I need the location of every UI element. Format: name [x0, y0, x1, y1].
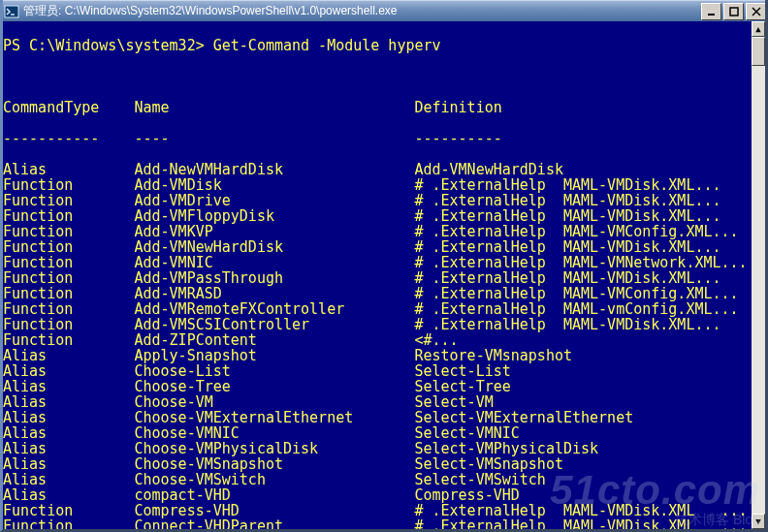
dash-definition: ---------- [414, 131, 501, 146]
header-row: CommandTypeNameDefinition [3, 100, 752, 115]
close-button[interactable] [746, 3, 766, 20]
cell-definition: # .ExternalHelp MAML-VMDisk.XML... [414, 239, 720, 255]
cell-definition: Select-Tree [414, 379, 510, 394]
cell-definition: Select-VMPhysicalDisk [414, 441, 598, 456]
cell-name: Choose-VMExternalEthernet [134, 410, 414, 425]
cell-definition: # .ExternalHelp MAML-VMDisk.XML... [414, 270, 720, 286]
table-row: FunctionConnect-VHDParent# .ExternalHelp… [3, 518, 752, 529]
cell-commandtype: Function [3, 286, 134, 301]
table-row: AliasChoose-ListSelect-List [3, 363, 752, 379]
cell-commandtype: Alias [3, 441, 134, 456]
cell-name: Add-NewVMHardDisk [134, 162, 414, 177]
cell-definition: Select-VMSnapshot [414, 456, 563, 472]
cell-name: Choose-VMSwitch [134, 472, 414, 487]
table-row: AliasAdd-NewVMHardDiskAdd-VMNewHardDisk [3, 162, 752, 177]
cell-commandtype: Function [3, 301, 134, 317]
cell-definition: # .ExternalHelp MAML-VMDisk.XML... [414, 208, 720, 224]
cell-commandtype: Function [3, 224, 134, 239]
cell-definition: # .ExternalHelp MAML-VMDisk.XML... [414, 317, 720, 332]
powershell-icon [4, 4, 19, 19]
table-row: AliasChoose-VMExternalEthernetSelect-VME… [3, 410, 752, 425]
cell-name: Add-VMDisk [134, 177, 414, 193]
maximize-button[interactable] [723, 3, 744, 20]
header-commandtype: CommandType [3, 100, 134, 115]
cell-commandtype: Function [3, 518, 134, 529]
dash-commandtype: ----------- [3, 131, 134, 146]
cell-commandtype: Function [3, 332, 134, 348]
table-row: FunctionAdd-VMPassThrough# .ExternalHelp… [3, 270, 752, 286]
table-row: AliasChoose-VMSnapshotSelect-VMSnapshot [3, 456, 752, 472]
cell-definition: # .ExternalHelp MAML-VMDisk.XML... [414, 177, 720, 193]
scrollbar-track[interactable] [752, 37, 765, 514]
table-row: FunctionAdd-ZIPContent<#... [3, 332, 752, 348]
cell-commandtype: Alias [3, 487, 134, 503]
cell-definition: # .ExternalHelp MAML-VMDisk.XML... [414, 193, 720, 208]
cell-definition: Add-VMNewHardDisk [414, 162, 563, 177]
cell-name: Choose-VMPhysicalDisk [134, 441, 414, 456]
table-row: FunctionAdd-VMDisk# .ExternalHelp MAML-V… [3, 177, 752, 193]
cell-commandtype: Function [3, 255, 134, 270]
table-row: AliasChoose-VMSelect-VM [3, 394, 752, 410]
window-titlebar: 管理员: C:\Windows\System32\WindowsPowerShe… [0, 0, 768, 21]
cell-name: Choose-VMSnapshot [134, 456, 414, 472]
cell-definition: Compress-VHD [414, 487, 519, 503]
svg-rect-3 [730, 8, 738, 16]
cell-name: Add-VMFloppyDisk [134, 208, 414, 224]
output-rows: AliasAdd-NewVMHardDiskAdd-VMNewHardDiskF… [3, 162, 752, 529]
cell-commandtype: Alias [3, 162, 134, 177]
cell-definition: # .ExternalHelp MAML-VMDisk.XML ... [414, 503, 747, 518]
cell-commandtype: Function [3, 270, 134, 286]
cell-name: Choose-Tree [134, 379, 414, 394]
console-output[interactable]: PS C:\Windows\system32> Get-Command -Mod… [3, 21, 752, 529]
cell-name: Add-VMKVP [134, 224, 414, 239]
header-name: Name [134, 100, 414, 115]
cell-name: Add-VMDrive [134, 193, 414, 208]
cell-name: Compress-VHD [134, 503, 414, 518]
scrollbar-thumb[interactable] [752, 37, 765, 66]
dash-name: ---- [134, 131, 414, 146]
cell-name: Choose-List [134, 363, 414, 379]
cell-definition: # .ExternalHelp MAML-VMConfig.XML... [414, 224, 738, 239]
cell-commandtype: Alias [3, 348, 134, 363]
cell-name: Add-VMRASD [134, 286, 414, 301]
cell-definition: # .ExternalHelp MAML-VMNetwork.XML... [414, 255, 747, 270]
cell-commandtype: Alias [3, 363, 134, 379]
prompt-command: Get-Command -Module hyperv [213, 37, 441, 54]
table-row: FunctionAdd-VMNIC# .ExternalHelp MAML-VM… [3, 255, 752, 270]
cell-name: Choose-VM [134, 394, 414, 410]
cell-definition: Select-List [414, 363, 510, 379]
cell-commandtype: Alias [3, 394, 134, 410]
cell-commandtype: Alias [3, 456, 134, 472]
cell-definition: # .ExternalHelp MAML-VMConfig.XML... [414, 286, 738, 301]
cell-definition: Select-VMSwitch [414, 472, 545, 487]
cell-definition: Select-VMExternalEthernet [414, 410, 633, 425]
cell-definition: <#... [414, 332, 458, 348]
scroll-down-button[interactable]: ▼ [752, 514, 765, 529]
table-row: FunctionAdd-VMNewHardDisk# .ExternalHelp… [3, 239, 752, 255]
scroll-up-button[interactable]: ▲ [752, 21, 765, 37]
table-row: FunctionAdd-VMRemoteFXController# .Exter… [3, 301, 752, 317]
cell-commandtype: Function [3, 239, 134, 255]
cell-name: Add-VMNewHardDisk [134, 239, 414, 255]
cell-commandtype: Alias [3, 425, 134, 441]
cell-definition: # .ExternalHelp MAML-vmConfig.XML... [414, 301, 738, 317]
cell-definition: Select-VMNIC [414, 425, 519, 441]
cell-definition: # .ExternalHelp MAML-VMDisk.XML ... [414, 518, 747, 529]
cell-name: compact-VHD [134, 487, 414, 503]
table-row: AliasChoose-VMNICSelect-VMNIC [3, 425, 752, 441]
window-control-group [701, 3, 766, 20]
vertical-scrollbar[interactable]: ▲ ▼ [752, 21, 765, 529]
prompt-prefix: PS C:\Windows\system32> [3, 37, 205, 54]
table-row: FunctionAdd-VMRASD# .ExternalHelp MAML-V… [3, 286, 752, 301]
table-row: AliasChoose-VMSwitchSelect-VMSwitch [3, 472, 752, 487]
cell-name: Add-VMSCSIController [134, 317, 414, 332]
cell-name: Add-VMPassThrough [134, 270, 414, 286]
cell-commandtype: Function [3, 208, 134, 224]
blank-line [3, 69, 752, 84]
cell-commandtype: Alias [3, 410, 134, 425]
table-row: FunctionAdd-VMDrive# .ExternalHelp MAML-… [3, 193, 752, 208]
table-row: FunctionAdd-VMSCSIController# .ExternalH… [3, 317, 752, 332]
table-row: Aliascompact-VHDCompress-VHD [3, 487, 752, 503]
minimize-button[interactable] [701, 3, 721, 20]
table-row: FunctionCompress-VHD# .ExternalHelp MAML… [3, 503, 752, 518]
